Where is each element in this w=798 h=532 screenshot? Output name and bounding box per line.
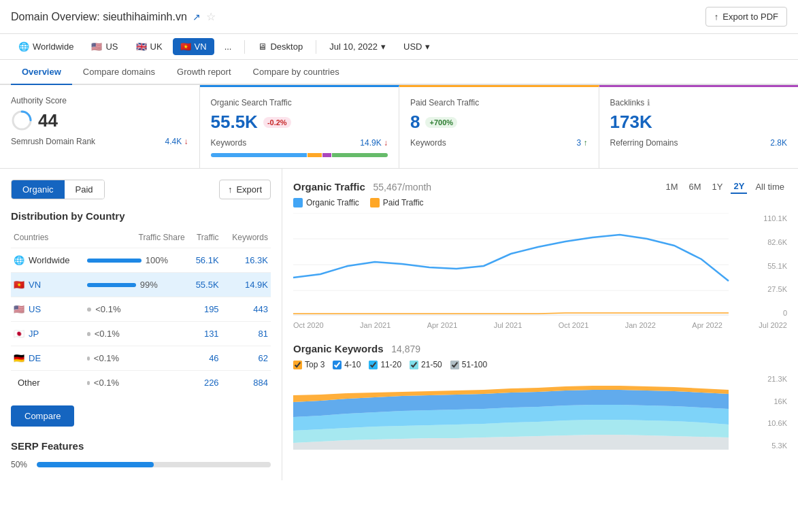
nav-uk[interactable]: 🇬🇧 UK <box>129 38 170 55</box>
organic-traffic-svg <box>293 213 763 318</box>
organic-badge: -0.2% <box>263 117 291 128</box>
traffic-share-cell: <0.1% <box>84 346 188 371</box>
traffic-share-cell: <0.1% <box>84 371 188 395</box>
table-row: 🌐 Worldwide 100% 56.1K 16.3K <box>11 248 271 273</box>
info-icon[interactable]: ℹ <box>647 98 650 107</box>
star-icon[interactable]: ☆ <box>206 10 216 23</box>
time-6m[interactable]: 6M <box>686 180 704 193</box>
x-label-6: Apr 2022 <box>692 321 722 329</box>
country-name[interactable]: Other <box>18 378 40 388</box>
country-cell: 🇺🇸 US <box>11 297 84 322</box>
time-range-controls: 1M 6M 1Y 2Y All time <box>663 180 787 194</box>
kw-51-100-label: 51-100 <box>462 360 487 369</box>
serp-features-section: SERP Features 50% <box>11 440 271 469</box>
country-cell: 🇻🇳 VN <box>11 273 84 297</box>
kw-legend-4-10: 4-10 <box>333 360 361 369</box>
organic-keywords-title-row: Organic Keywords 14,879 <box>293 343 420 354</box>
export-label-2: Export <box>236 184 262 195</box>
nav-bar: 🌐 Worldwide 🇺🇸 US 🇬🇧 UK 🇻🇳 VN ... 🖥 Desk… <box>0 34 798 60</box>
nav-uk-label: UK <box>150 41 163 52</box>
paid-toggle-btn[interactable]: Paid <box>65 180 104 199</box>
organic-label: Organic Search Traffic <box>211 98 388 107</box>
paid-traffic-legend-checkbox[interactable] <box>370 198 380 207</box>
paid-keywords-label: Keywords <box>410 138 446 148</box>
x-label-7: Jul 2022 <box>759 321 787 329</box>
kw-top3-checkbox[interactable] <box>293 361 302 369</box>
kw-y-0: 21.3K <box>757 375 787 383</box>
country-name[interactable]: DE <box>29 353 41 363</box>
country-name[interactable]: JP <box>29 329 39 339</box>
authority-number: 44 <box>38 110 58 131</box>
kw-11-20-checkbox[interactable] <box>369 361 378 369</box>
x-axis-labels: Oct 2020 Jan 2021 Apr 2021 Jul 2021 Oct … <box>293 318 787 332</box>
distribution-title: Distribution by Country <box>11 210 271 222</box>
keywords-cell: 14.9K <box>222 273 271 297</box>
mini-bar <box>87 356 90 361</box>
mini-bar <box>87 307 91 312</box>
share-pct: 99% <box>140 280 158 290</box>
organic-traffic-legend-checkbox[interactable] <box>293 198 303 207</box>
traffic-cell: 46 <box>188 346 222 371</box>
external-link-icon[interactable]: ↗ <box>193 12 201 22</box>
tab-growth-report[interactable]: Growth report <box>166 60 242 85</box>
country-name[interactable]: US <box>29 304 41 314</box>
nav-vn[interactable]: 🇻🇳 VN <box>173 38 214 55</box>
kw-4-10-checkbox[interactable] <box>333 361 342 369</box>
serp-bar-row: 50% <box>11 460 271 469</box>
kw-4-10-label: 4-10 <box>344 360 361 369</box>
col-countries: Countries <box>11 230 84 248</box>
export-button[interactable]: ↑ Export <box>219 180 271 199</box>
time-2y[interactable]: 2Y <box>731 180 747 194</box>
table-row: 🇯🇵 JP <0.1% 131 81 <box>11 322 271 346</box>
organic-value-row: 55.5K -0.2% <box>211 112 388 133</box>
time-all[interactable]: All time <box>752 180 787 193</box>
compare-button[interactable]: Compare <box>11 405 74 427</box>
metrics-row: Authority Score 44 Semrush Domain Rank 4… <box>0 85 798 169</box>
mini-bar <box>87 283 136 287</box>
nav-currency[interactable]: USD ▾ <box>396 38 437 55</box>
tab-compare-domains[interactable]: Compare domains <box>72 60 166 85</box>
nav-desktop[interactable]: 🖥 Desktop <box>250 38 310 55</box>
export-to-pdf-button[interactable]: ↑ Export to PDF <box>705 7 787 27</box>
nav-separator <box>244 40 245 54</box>
mini-bar <box>87 259 142 263</box>
kw-21-50-checkbox[interactable] <box>410 361 418 369</box>
x-label-3: Jul 2021 <box>494 321 522 329</box>
referring-domains-label: Referring Domains <box>610 138 678 148</box>
country-name[interactable]: VN <box>29 280 41 290</box>
traffic-share-cell: 100% <box>84 248 188 273</box>
organic-traffic-card: Organic Search Traffic 55.5K -0.2% Keywo… <box>200 85 400 168</box>
nav-date[interactable]: Jul 10, 2022 ▾ <box>322 38 393 55</box>
nav-worldwide[interactable]: 🌐 Worldwide <box>11 38 81 55</box>
keywords-cell: 81 <box>222 322 271 346</box>
export-icon-2: ↑ <box>228 184 233 195</box>
nav-more-label: ... <box>225 41 232 52</box>
mini-bar <box>87 332 90 336</box>
kw-legend-11-20: 11-20 <box>369 360 401 369</box>
kw-legend-row: Top 3 4-10 11-20 21-50 51-100 <box>293 360 787 369</box>
nav-more[interactable]: ... <box>217 38 239 55</box>
time-1y[interactable]: 1Y <box>710 180 726 193</box>
y-axis-labels: 110.1K 82.6K 55.1K 27.5K 0 <box>753 213 787 318</box>
nav-device-label: Desktop <box>270 41 303 52</box>
y-label-1: 82.6K <box>753 238 787 246</box>
uk-flag-icon: 🇬🇧 <box>136 41 147 52</box>
serp-pct: 50% <box>11 460 31 469</box>
y-label-3: 27.5K <box>753 285 787 293</box>
kw-51-100-checkbox[interactable] <box>450 361 459 369</box>
country-flag-icon: 🇻🇳 <box>14 280 24 290</box>
tab-compare-countries[interactable]: Compare by countries <box>242 60 350 85</box>
paid-label: Paid Search Traffic <box>410 98 588 107</box>
tab-overview[interactable]: Overview <box>11 60 72 85</box>
organic-keywords-title: Organic Keywords <box>293 343 384 354</box>
kw-top3-label: Top 3 <box>305 360 325 369</box>
traffic-share-cell: <0.1% <box>84 297 188 322</box>
time-1m[interactable]: 1M <box>663 180 680 193</box>
right-panel: Organic Traffic 55,467/month 1M 6M 1Y 2Y… <box>282 169 798 480</box>
semrush-rank-value: 4.4K <box>165 137 188 146</box>
country-flag-icon: 🇩🇪 <box>14 353 24 363</box>
authority-circle-icon <box>11 110 33 131</box>
table-row: 🇩🇪 DE <0.1% 46 62 <box>11 346 271 371</box>
organic-toggle-btn[interactable]: Organic <box>12 180 65 199</box>
nav-us[interactable]: 🇺🇸 US <box>84 38 125 55</box>
